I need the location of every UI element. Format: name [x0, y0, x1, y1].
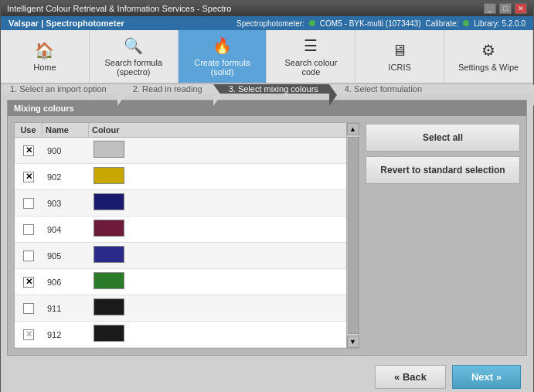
- search-icon: 🔍: [124, 36, 143, 55]
- table-row: ✕ 902: [15, 164, 359, 190]
- colour-table: Use Name Colour ✕ 900 ✕ 902: [14, 122, 359, 349]
- table-row: 903: [15, 190, 359, 216]
- checkbox-912[interactable]: ✕: [23, 329, 34, 340]
- checkbox-903[interactable]: [23, 198, 34, 209]
- colour-swatch-912: [94, 325, 124, 342]
- colour-swatch-911: [94, 298, 124, 315]
- row-name-905: 905: [43, 250, 89, 262]
- checkbox-902[interactable]: ✕: [23, 172, 34, 182]
- breadcrumb-step-2: 2. Read in reading: [117, 84, 213, 94]
- colour-swatch-902: [94, 167, 124, 184]
- mixing-panel: Mixing colours Use Name Colour ✕ 900: [7, 100, 527, 356]
- header-status: Spectrophotometer: COM5 - BYK-multi (107…: [236, 19, 525, 28]
- spectrophotometer-label: Spectrophotometer:: [236, 19, 304, 28]
- row-name-900: 900: [43, 145, 89, 157]
- tab-search-formula-label: Search formula(spectro): [104, 58, 162, 77]
- colour-swatch-906: [94, 272, 124, 289]
- maximize-button[interactable]: □: [499, 3, 512, 14]
- row-name-911: 911: [43, 302, 89, 315]
- colour-swatch-905: [94, 246, 124, 263]
- table-row: ✕ 906: [15, 269, 359, 295]
- col-header-use: Use: [15, 123, 43, 137]
- nav-tabs: 🏠 Home 🔍 Search formula(spectro) 🔥 Creat…: [1, 30, 533, 84]
- brand-label: Valspar | Spectrophotometer: [9, 19, 124, 28]
- tab-create-formula-label: Create formula(solid): [194, 58, 250, 77]
- status-dot-green: [309, 20, 315, 26]
- table-row: 911: [15, 295, 359, 322]
- tab-icris[interactable]: 🖥 ICRIS: [355, 30, 444, 83]
- table-body: ✕ 900 ✕ 902 903: [15, 138, 359, 348]
- row-name-912: 912: [43, 329, 89, 341]
- calibrate-dot-green: [463, 20, 469, 26]
- window-controls: _ □ ✕: [484, 3, 527, 14]
- monitor-icon: 🖥: [392, 42, 407, 60]
- breadcrumb: 1. Select an import option 2. Read in re…: [1, 84, 533, 94]
- bottom-bar: « Back Next »: [7, 360, 527, 392]
- checkbox-904[interactable]: [23, 224, 34, 235]
- mixing-panel-body: Use Name Colour ✕ 900 ✕ 902: [8, 116, 526, 355]
- table-header: Use Name Colour: [15, 123, 359, 138]
- scroll-down-button[interactable]: ▼: [347, 336, 359, 348]
- colour-swatch-904: [94, 220, 124, 237]
- scrollbar[interactable]: ▲ ▼: [346, 123, 359, 348]
- app-window: Intelligent Colour Retrieval & Informati…: [0, 0, 534, 392]
- table-row: 905: [15, 243, 359, 269]
- tab-search-colour-label: Search colourcode: [284, 58, 337, 77]
- row-name-903: 903: [43, 197, 89, 210]
- minimize-button[interactable]: _: [484, 3, 496, 14]
- select-all-button[interactable]: Select all: [366, 124, 520, 152]
- checkbox-905[interactable]: [23, 251, 34, 261]
- next-button[interactable]: Next »: [452, 365, 521, 389]
- list-icon: ☰: [304, 36, 318, 55]
- close-button[interactable]: ✕: [515, 3, 527, 14]
- gear-icon: ⚙: [481, 41, 495, 60]
- row-name-902: 902: [43, 171, 89, 183]
- checkbox-906[interactable]: ✕: [23, 277, 34, 288]
- mixing-panel-title: Mixing colours: [8, 101, 526, 116]
- table-row: ✕ 900: [15, 138, 359, 164]
- revert-selection-button[interactable]: Revert to standard selection: [366, 156, 520, 184]
- tab-icris-label: ICRIS: [389, 63, 411, 72]
- colour-swatch-903: [94, 193, 124, 210]
- breadcrumb-step-4: 4. Select formulation: [329, 84, 533, 94]
- home-icon: 🏠: [35, 41, 54, 60]
- library-label: Library: 5.2.0.0: [474, 19, 525, 28]
- port-label: COM5 - BYK-multi (1073443): [320, 19, 421, 28]
- tab-settings-wipe[interactable]: ⚙ Settings & Wipe: [444, 30, 533, 83]
- checkbox-911[interactable]: [23, 303, 34, 314]
- breadcrumb-step-3: 3. Select mixing colours: [213, 84, 329, 94]
- window-title: Intelligent Colour Retrieval & Informati…: [7, 4, 231, 13]
- tab-home-label: Home: [33, 63, 56, 72]
- table-row: 904: [15, 216, 359, 243]
- tab-search-colour-code[interactable]: ☰ Search colourcode: [267, 30, 355, 83]
- title-bar: Intelligent Colour Retrieval & Informati…: [1, 1, 533, 16]
- colour-swatch-900: [94, 141, 124, 158]
- row-name-904: 904: [43, 223, 89, 236]
- scroll-thumb[interactable]: [348, 137, 359, 334]
- tab-create-formula-solid[interactable]: 🔥 Create formula(solid): [179, 30, 267, 83]
- main-content: Mixing colours Use Name Colour ✕ 900: [1, 94, 533, 392]
- scroll-up-button[interactable]: ▲: [347, 123, 359, 135]
- tab-home[interactable]: 🏠 Home: [1, 30, 90, 83]
- tab-settings-label: Settings & Wipe: [458, 63, 519, 72]
- table-row: ✕ 912: [15, 322, 359, 348]
- breadcrumb-step-1: 1. Select an import option: [1, 84, 117, 94]
- row-name-906: 906: [43, 276, 89, 288]
- col-header-name: Name: [43, 123, 89, 137]
- back-button[interactable]: « Back: [375, 365, 446, 389]
- header-bar: Valspar | Spectrophotometer Spectrophoto…: [1, 16, 533, 30]
- tab-search-formula-spectro[interactable]: 🔍 Search formula(spectro): [90, 30, 179, 83]
- checkbox-900[interactable]: ✕: [23, 145, 34, 156]
- col-header-colour: Colour: [89, 123, 359, 137]
- flame-icon: 🔥: [213, 36, 232, 55]
- calibrate-label: Calibrate:: [425, 19, 458, 28]
- right-panel: Select all Revert to standard selection: [366, 122, 520, 349]
